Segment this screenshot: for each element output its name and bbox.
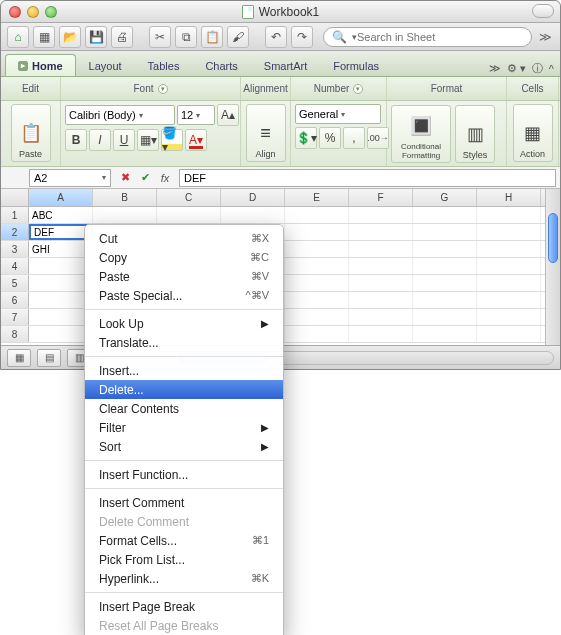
fx-icon[interactable]: fx	[155, 172, 175, 184]
document-icon	[242, 5, 254, 19]
row-header-7[interactable]: 7	[1, 309, 29, 325]
ctx-paste[interactable]: Paste⌘V	[85, 267, 283, 286]
conditional-formatting-icon: 🔳	[407, 112, 435, 140]
format-painter-icon[interactable]: 🖌	[227, 26, 249, 48]
row-header-3[interactable]: 3	[1, 241, 29, 257]
row-header-2[interactable]: 2	[1, 224, 29, 240]
tab-layout[interactable]: Layout	[76, 54, 135, 76]
ctx-cut[interactable]: Cut⌘X	[85, 229, 283, 248]
group-cells-label: Cells	[521, 83, 543, 94]
cut-icon[interactable]: ✂	[149, 26, 171, 48]
currency-button[interactable]: 💲▾	[295, 127, 317, 149]
name-box-value: A2	[34, 172, 47, 184]
cancel-formula-icon[interactable]: ✖	[115, 171, 135, 184]
border-button[interactable]: ▦▾	[137, 129, 159, 151]
tab-expand-icon: ▸	[18, 61, 28, 71]
tab-charts[interactable]: Charts	[192, 54, 250, 76]
vertical-scroll-thumb[interactable]	[548, 213, 558, 263]
clipboard-icon: 📋	[17, 119, 45, 147]
action-label: Action	[520, 149, 545, 159]
tab-tables[interactable]: Tables	[135, 54, 193, 76]
tab-home[interactable]: ▸ Home	[5, 54, 76, 76]
fill-color-button[interactable]: 🪣▾	[161, 129, 183, 151]
formula-bar: A2 ▾ ✖ ✔ fx DEF	[1, 167, 560, 189]
col-header-c[interactable]: C	[157, 189, 221, 206]
cell-a1[interactable]: ABC	[29, 207, 93, 223]
styles-button[interactable]: ▥ Styles	[455, 105, 495, 163]
open-icon[interactable]: 📂	[59, 26, 81, 48]
vertical-scrollbar[interactable]	[545, 189, 560, 345]
col-header-g[interactable]: G	[413, 189, 477, 206]
window-title: Workbook1	[259, 5, 319, 19]
bold-button[interactable]: B	[65, 129, 87, 151]
search-field[interactable]: 🔍 ▾	[323, 27, 532, 47]
increase-font-icon[interactable]: A▴	[217, 104, 239, 126]
font-color-button[interactable]: A▾	[185, 129, 207, 151]
paste-icon[interactable]: 📋	[201, 26, 223, 48]
italic-button[interactable]: I	[89, 129, 111, 151]
print-icon[interactable]: 🖨	[111, 26, 133, 48]
font-group-disclosure-icon[interactable]: ▾	[158, 84, 168, 94]
styles-icon: ▥	[461, 120, 489, 148]
col-header-b[interactable]: B	[93, 189, 157, 206]
toolbar-overflow-button[interactable]: ≫	[536, 26, 554, 48]
select-all-corner[interactable]	[1, 189, 29, 206]
font-name-combo[interactable]: Calibri (Body)▾	[65, 105, 175, 125]
col-header-e[interactable]: E	[285, 189, 349, 206]
ctx-copy[interactable]: Copy⌘C	[85, 248, 283, 267]
save-icon[interactable]: 💾	[85, 26, 107, 48]
name-box[interactable]: A2 ▾	[29, 169, 111, 187]
zoom-window-button[interactable]	[45, 6, 57, 18]
tab-smartart[interactable]: SmartArt	[251, 54, 320, 76]
accept-formula-icon[interactable]: ✔	[135, 171, 155, 184]
increase-decimal-button[interactable]: .00→	[367, 127, 389, 149]
ctx-paste-special[interactable]: Paste Special...^⌘V	[85, 286, 283, 305]
row-header-4[interactable]: 4	[1, 258, 29, 274]
new-workbook-icon[interactable]: ▦	[33, 26, 55, 48]
quick-access-toolbar: ⌂ ▦ 📂 💾 🖨 ✂ ⧉ 📋 🖌 ↶ ↷ 🔍 ▾ ≫	[1, 23, 560, 51]
titlebar: Workbook1	[1, 1, 560, 23]
conditional-formatting-button[interactable]: 🔳 Conditional Formatting	[391, 105, 451, 163]
col-header-d[interactable]: D	[221, 189, 285, 206]
submenu-arrow-icon: ▶	[261, 318, 269, 329]
underline-button[interactable]: U	[113, 129, 135, 151]
font-size-combo[interactable]: 12▾	[177, 105, 215, 125]
ribbon-collapse-icon[interactable]: ^	[549, 63, 554, 75]
search-input[interactable]	[357, 31, 523, 43]
tab-home-label: Home	[32, 60, 63, 72]
undo-icon[interactable]: ↶	[265, 26, 287, 48]
copy-icon[interactable]: ⧉	[175, 26, 197, 48]
col-header-h[interactable]: H	[477, 189, 541, 206]
col-header-f[interactable]: F	[349, 189, 413, 206]
row-header-1[interactable]: 1	[1, 207, 29, 223]
home-icon[interactable]: ⌂	[7, 26, 29, 48]
close-window-button[interactable]	[9, 6, 21, 18]
col-header-a[interactable]: A	[29, 189, 93, 206]
page-layout-view-button[interactable]: ▤	[37, 349, 61, 367]
ribbon-settings-icon[interactable]: ⚙ ▾	[507, 62, 526, 75]
toolbar-toggle-button[interactable]	[532, 4, 554, 18]
action-button[interactable]: ▦ Action	[513, 104, 553, 162]
row-header-6[interactable]: 6	[1, 292, 29, 308]
number-format-combo[interactable]: General▾	[295, 104, 381, 124]
percent-button[interactable]: %	[319, 127, 341, 149]
row-header-8[interactable]: 8	[1, 326, 29, 342]
formula-input[interactable]: DEF	[179, 169, 556, 187]
align-button[interactable]: ≡ Align	[246, 104, 286, 162]
paste-button[interactable]: 📋 Paste	[11, 104, 51, 162]
ctx-translate[interactable]: Translate...	[85, 333, 283, 352]
search-icon: 🔍	[332, 30, 347, 44]
font-size-value: 12	[181, 109, 193, 121]
ctx-look-up[interactable]: Look Up▶	[85, 314, 283, 333]
align-label: Align	[255, 149, 275, 159]
number-group-disclosure-icon[interactable]: ▾	[353, 84, 363, 94]
ribbon-help-icon[interactable]: ⓘ	[532, 61, 543, 76]
redo-icon[interactable]: ↷	[291, 26, 313, 48]
normal-view-button[interactable]: ▦	[7, 349, 31, 367]
ctx-insert[interactable]: Insert...	[85, 361, 283, 370]
tab-formulas[interactable]: Formulas	[320, 54, 392, 76]
row-header-5[interactable]: 5	[1, 275, 29, 291]
comma-button[interactable]: ,	[343, 127, 365, 149]
ribbon-overflow-icon[interactable]: ≫	[489, 62, 501, 75]
minimize-window-button[interactable]	[27, 6, 39, 18]
